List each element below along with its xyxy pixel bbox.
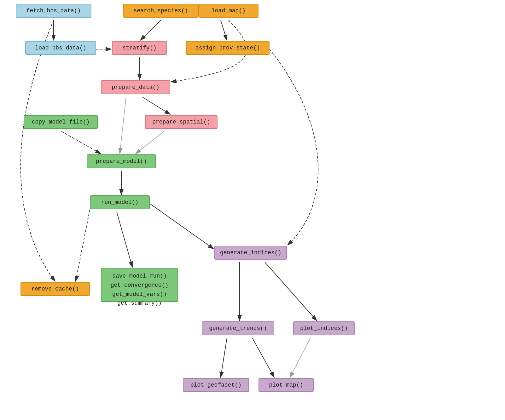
plot-geofacet-node: plot_geofacet() xyxy=(183,378,249,392)
prepare-data-node: prepare_data() xyxy=(101,80,170,94)
svg-line-11 xyxy=(117,212,132,267)
copy-model-file-node: copy_model_file() xyxy=(24,115,98,129)
svg-line-9 xyxy=(61,131,101,154)
load-bbs-data-node: load_bbs_data() xyxy=(25,41,96,55)
svg-line-17 xyxy=(252,338,274,377)
stratify-node: stratify() xyxy=(112,41,167,55)
svg-line-15 xyxy=(265,262,317,321)
svg-line-8 xyxy=(136,131,164,154)
plot-indices-node: plot_indices() xyxy=(293,321,355,335)
load-map-node: load_map() xyxy=(199,4,258,18)
assign-prov-state-node: assign_prov_state() xyxy=(186,41,270,55)
search-species-node: search_species() xyxy=(123,4,199,18)
diagram: fetch_bbs_data() search_species() load_m… xyxy=(0,0,505,420)
svg-line-16 xyxy=(221,338,227,377)
svg-line-6 xyxy=(142,97,170,114)
fetch-bbs-data-node: fetch_bbs_data() xyxy=(16,4,91,18)
svg-line-4 xyxy=(221,20,227,40)
remove-cache-node: remove_cache() xyxy=(20,282,90,296)
svg-line-18 xyxy=(290,338,311,377)
prepare-spatial-node: prepare_spatial() xyxy=(145,115,218,129)
svg-line-3 xyxy=(140,20,161,40)
plot-map-node: plot_map() xyxy=(258,378,314,392)
svg-line-7 xyxy=(120,97,126,154)
svg-line-12 xyxy=(150,204,214,249)
generate-trends-node: generate_trends() xyxy=(202,321,274,335)
prepare-model-node: prepare_model() xyxy=(87,154,156,168)
svg-line-13 xyxy=(76,210,90,281)
save-etc-node: save_model_run()get_convergence()get_mod… xyxy=(101,268,178,302)
arrows-svg xyxy=(0,0,505,420)
generate-indices-node: generate_indices() xyxy=(214,246,287,260)
run-model-node: run_model() xyxy=(90,195,150,209)
